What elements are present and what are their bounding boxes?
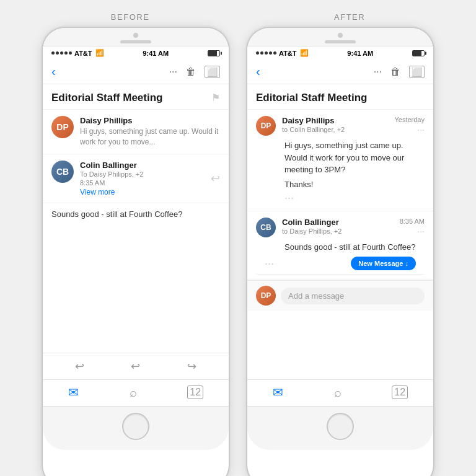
after-colin-avatar: CB [256, 218, 276, 237]
back-chevron-icon: ‹ [51, 64, 56, 79]
after-msg-colin: CB Colin Ballinger to Daisy Phillips, +2… [247, 211, 433, 281]
after-phone: AT&T 📶 9:41 AM ‹ [247, 28, 433, 476]
reply-all-left-icon[interactable]: ↩ [75, 359, 84, 373]
signal-dot-1 [51, 51, 55, 55]
after-daisy-avatar: DP [256, 116, 276, 136]
before-back-button[interactable]: ‹ [51, 64, 56, 79]
after-signal-dots [256, 51, 276, 55]
before-phone-bottom [43, 406, 229, 450]
after-signal-dot-1 [256, 51, 259, 55]
labels-row: BEFORE AFTER [19, 12, 457, 22]
signal-dot-3 [60, 51, 63, 55]
after-signal-dot-5 [273, 51, 276, 55]
signal-dot-5 [69, 51, 72, 55]
after-daisy-header: DP Daisy Phillips to Colin Ballinger, +2… [256, 116, 425, 136]
after-time: 9:41 AM [347, 50, 373, 57]
after-label: AFTER [334, 12, 365, 22]
camera [133, 33, 138, 38]
trash-icon[interactable]: 🗑 [186, 66, 196, 77]
before-status-right [208, 50, 220, 56]
after-colin-text: Sounds good - still at Fourth Coffee? [256, 241, 425, 253]
before-reply-icon: ↩ [211, 172, 220, 185]
archive-icon[interactable]: ⬜ [205, 66, 220, 78]
after-colin-header: CB Colin Ballinger to Daisy Phillips, +2… [256, 218, 425, 237]
after-colin-header-info: Colin Ballinger to Daisy Phillips, +2 [282, 218, 394, 235]
before-thread-title: Editorial Staff Meeting [51, 92, 162, 104]
after-signal-dot-2 [260, 51, 263, 55]
after-msg-daisy: DP Daisy Phillips to Colin Ballinger, +2… [247, 110, 433, 211]
after-toolbar: ‹ ··· 🗑 ⬜ [247, 60, 433, 84]
before-status-bar: AT&T 📶 9:41 AM [43, 46, 229, 60]
before-colin-avatar: CB [51, 161, 74, 183]
before-view-more[interactable]: View more [80, 188, 205, 196]
after-status-right [412, 50, 425, 56]
before-phone-inner: AT&T 📶 9:41 AM ‹ [43, 46, 229, 406]
after-status-bar: AT&T 📶 9:41 AM [247, 46, 433, 60]
after-daisy-header-info: Daisy Phillips to Colin Ballinger, +2 [282, 116, 388, 133]
after-compose-input[interactable]: Add a message [281, 288, 425, 304]
after-search-tab[interactable]: ⌕ [334, 386, 342, 400]
after-calendar-tab[interactable]: 12 [392, 386, 408, 399]
before-daisy-body: Daisy Phillips Hi guys, something just c… [80, 116, 220, 148]
before-phone-top [43, 28, 229, 46]
after-daisy-header-right: Yesterday ··· [394, 116, 425, 134]
before-phone: AT&T 📶 9:41 AM ‹ [43, 28, 229, 476]
after-new-msg-button[interactable]: New Message ↓ [351, 257, 416, 270]
signal-dots [51, 51, 72, 55]
before-time: 9:41 AM [143, 50, 169, 57]
before-calendar-tab[interactable]: 12 [187, 386, 203, 399]
flag-icon[interactable]: ⚑ [211, 92, 220, 104]
before-content-area: Editorial Staff Meeting ⚑ DP Daisy Phill… [43, 84, 229, 353]
before-search-tab[interactable]: ⌕ [130, 386, 137, 400]
new-msg-label: New Message ↓ [358, 260, 408, 267]
before-battery-fill [208, 51, 217, 56]
before-toolbar: ‹ ··· 🗑 ⬜ [43, 60, 229, 84]
after-compose-avatar: DP [256, 286, 276, 306]
before-daisy-preview: Hi guys, something just came up. Would i… [80, 126, 220, 148]
before-home-button[interactable] [122, 413, 149, 440]
after-back-button[interactable]: ‹ [256, 64, 260, 79]
after-daisy-thanks: Thanks! [256, 176, 425, 190]
after-back-chevron-icon: ‹ [256, 64, 260, 79]
page-wrapper: BEFORE AFTER [0, 0, 476, 476]
before-msg-colin[interactable]: CB Colin Ballinger To Daisy Philipps, +2… [43, 154, 229, 203]
before-bottom-actions: ↩ ↩ ↪ [43, 353, 229, 379]
after-mail-tab[interactable]: ✉ [273, 385, 283, 400]
after-daisy-dots[interactable]: ··· [394, 125, 425, 134]
after-home-button[interactable] [327, 413, 354, 440]
after-tab-bar: ✉ ⌕ 12 [247, 379, 433, 406]
before-colin-body: Colin Ballinger To Daisy Philipps, +2 8:… [80, 161, 205, 196]
before-tab-bar: ✉ ⌕ 12 [43, 379, 229, 406]
reply-icon-center[interactable]: ↩ [131, 359, 140, 373]
after-phone-shell: AT&T 📶 9:41 AM ‹ [247, 28, 433, 476]
signal-dot-4 [64, 51, 68, 55]
phones-row: AT&T 📶 9:41 AM ‹ [43, 28, 433, 476]
before-label: BEFORE [111, 12, 149, 22]
before-colin-sender: Colin Ballinger [80, 161, 205, 170]
before-thread-title-row: Editorial Staff Meeting ⚑ [43, 84, 229, 110]
before-colin-time: 8:35 AM [80, 179, 205, 187]
after-colin-ellipsis: ··· [265, 257, 274, 270]
after-trash-icon[interactable]: 🗑 [390, 66, 400, 77]
after-battery [412, 50, 425, 56]
after-phone-bottom [247, 406, 433, 450]
after-colin-dots[interactable]: ··· [400, 226, 425, 236]
after-colin-to: to Daisy Phillips, +2 [282, 227, 394, 235]
after-colin-time: 8:35 AM [400, 218, 425, 225]
before-daisy-sender: Daisy Phillips [80, 116, 220, 125]
after-daisy-date: Yesterday [394, 116, 425, 123]
before-battery [208, 50, 220, 56]
more-icon[interactable]: ··· [169, 66, 177, 77]
after-archive-icon[interactable]: ⬜ [409, 66, 425, 78]
before-plain-msg: Sounds good - still at Fourth Coffee? [43, 203, 229, 225]
before-mail-tab[interactable]: ✉ [68, 385, 79, 400]
after-speaker [325, 40, 356, 43]
before-toolbar-right: ··· 🗑 ⬜ [169, 66, 220, 78]
forward-icon[interactable]: ↪ [187, 359, 196, 373]
after-more-icon[interactable]: ··· [374, 66, 382, 77]
after-wifi-icon: 📶 [300, 49, 309, 57]
before-msg-daisy[interactable]: DP Daisy Phillips Hi guys, something jus… [43, 110, 229, 154]
before-status-left: AT&T 📶 [51, 49, 104, 57]
after-thread-title: Editorial Staff Meeting [256, 92, 367, 104]
after-thread-title-row: Editorial Staff Meeting [247, 84, 433, 110]
